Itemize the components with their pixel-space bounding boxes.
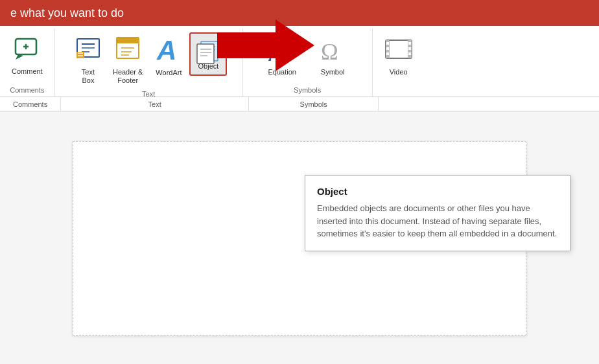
video-button[interactable]: Video [379,32,418,79]
svg-rect-39 [408,42,411,45]
ribbon-group-media: Video [373,28,425,97]
header-button[interactable]: Header &Footer [108,32,148,87]
ribbon-group-text: Text Box Header &Footer [55,28,243,97]
tooltip-title: Object [317,186,558,197]
symbol-icon: Ω [318,35,347,67]
tooltip-body: Embedded objects are documents or other … [317,202,558,240]
ribbon-group-comments: Comment Comments [0,28,55,97]
svg-rect-21 [197,44,214,63]
svg-marker-42 [217,19,314,71]
comments-group-label: Comments [10,85,44,97]
comment-button[interactable]: Comment [6,31,48,78]
video-label: Video [390,68,408,76]
direction-arrow [217,19,314,71]
wordart-label: WordArt [156,69,182,77]
wordart-button[interactable]: A WordArt [149,32,188,80]
text-items: Text Box Header &Footer [67,28,229,89]
comment-label: Comment [12,67,43,76]
symbols-group-label: Symbols [294,85,321,97]
comments-section-label: Comments [0,97,61,111]
symbol-button[interactable]: Ω Symbol [310,32,355,79]
svg-rect-41 [408,52,411,55]
video-icon [384,35,413,67]
comments-items: Comment [5,28,49,85]
svg-rect-37 [386,47,389,50]
textbox-label: Text Box [82,68,95,85]
header-icon [115,35,141,67]
textbox-icon [75,35,101,67]
symbols-section-label: Symbols [249,97,379,111]
text-group-label: Text [142,89,155,100]
object-tooltip: Object Embedded objects are documents or… [305,175,570,251]
svg-rect-12 [117,38,139,43]
title-text: e what you want to do [10,6,124,20]
svg-rect-38 [386,52,389,55]
symbol-label: Symbol [321,68,345,76]
svg-text:Ω: Ω [321,39,338,63]
wordart-icon: A [154,35,183,67]
textbox-button[interactable]: Text Box [70,32,106,87]
svg-text:A: A [156,35,176,63]
comment-icon [13,34,41,66]
media-items: Video [378,28,419,93]
ribbon-labels-bar: Comments Text Symbols [0,97,599,111]
svg-rect-36 [386,42,389,45]
header-label: Header &Footer [113,68,143,85]
svg-rect-40 [408,47,411,50]
